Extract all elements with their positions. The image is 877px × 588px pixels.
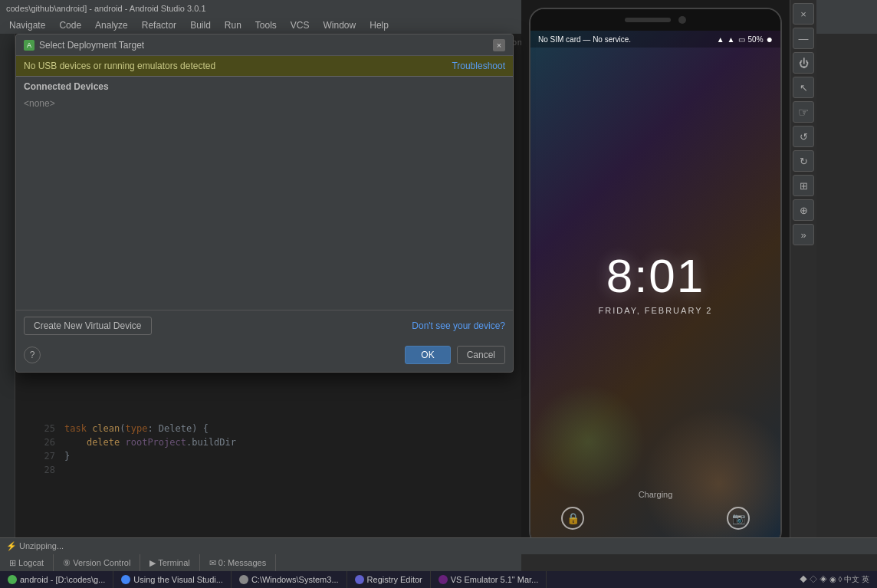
registry-icon bbox=[355, 575, 364, 584]
phone-time-display: 8:01 FRIDAY, FEBRUARY 2 bbox=[599, 248, 713, 314]
dialog-title-label: Select Deployment Target bbox=[39, 40, 144, 51]
emu-close-button[interactable]: × bbox=[793, 3, 814, 25]
menu-code[interactable]: Code bbox=[53, 18, 87, 32]
phone-status-bar: No SIM card — No service. ▲ ▲ ▭ 50% ● bbox=[530, 31, 780, 48]
dialog-close-button[interactable]: × bbox=[493, 39, 505, 51]
version-control-tab[interactable]: ⑨ Version Control bbox=[54, 554, 140, 571]
troubleshoot-link[interactable]: Troubleshoot bbox=[452, 61, 505, 71]
taskbar-android-label: android - [D:\codes\g... bbox=[20, 575, 105, 584]
emu-rotate-right-button[interactable]: ↻ bbox=[793, 150, 814, 172]
taskbar-cmd[interactable]: C:\Windows\System3... bbox=[232, 571, 347, 588]
menu-tools[interactable]: Tools bbox=[249, 18, 283, 32]
menu-refactor[interactable]: Refactor bbox=[136, 18, 182, 32]
menu-help[interactable]: Help bbox=[363, 18, 395, 32]
taskbar-android[interactable]: android - [D:\codes\g... bbox=[0, 571, 113, 588]
vs-icon bbox=[438, 575, 448, 584]
taskbar-registry-label: Registry Editor bbox=[367, 575, 422, 584]
no-device-text: <none> bbox=[24, 98, 55, 109]
taskbar: android - [D:\codes\g... Using the Visua… bbox=[0, 571, 877, 588]
create-virtual-device-button[interactable]: Create New Virtual Device bbox=[24, 317, 152, 335]
connected-devices-header: Connected Devices bbox=[16, 77, 513, 95]
account-icon: ● bbox=[767, 33, 773, 45]
battery-icon: ▭ bbox=[738, 35, 745, 44]
android-icon: A bbox=[24, 40, 34, 51]
sim-status: No SIM card — No service. bbox=[538, 35, 631, 44]
menu-analyze[interactable]: Analyze bbox=[89, 18, 134, 32]
charging-text: Charging bbox=[639, 490, 673, 499]
android-icon bbox=[8, 575, 17, 584]
lock-icon[interactable]: 🔒 bbox=[561, 507, 584, 530]
taskbar-registry[interactable]: Registry Editor bbox=[347, 571, 431, 588]
emu-pointer-button[interactable]: ↖ bbox=[793, 77, 814, 98]
terminal-tab[interactable]: ▶ Terminal bbox=[140, 554, 199, 571]
phone-top-bar bbox=[530, 9, 780, 31]
cancel-button[interactable]: Cancel bbox=[457, 346, 505, 364]
clock-time: 8:01 bbox=[599, 248, 713, 302]
taskbar-vs-label: VS Emulator 5.1" Mar... bbox=[451, 575, 539, 584]
dont-see-device-link[interactable]: Don't see your device? bbox=[412, 320, 505, 331]
wifi-icon: ▲ bbox=[717, 35, 724, 44]
emu-zoom-button[interactable]: ⊕ bbox=[793, 199, 814, 221]
taskbar-cmd-label: C:\Windows\System3... bbox=[251, 575, 339, 584]
emu-minimize-button[interactable]: — bbox=[793, 28, 814, 49]
tool-tabs: ⊞ Logcat ⑨ Version Control ▶ Terminal ✉ … bbox=[0, 554, 521, 571]
menu-navigate[interactable]: Navigate bbox=[3, 18, 51, 32]
dialog-title-bar: A Select Deployment Target × bbox=[16, 34, 513, 56]
systray-icons: ◆ ◇ ◈ ◉ ◊ 中文 英 bbox=[800, 574, 869, 585]
dialog-footer-right: Don't see your device? bbox=[412, 320, 505, 331]
messages-tab[interactable]: ✉ 0: Messages bbox=[200, 554, 276, 571]
battery-percent: 50% bbox=[748, 35, 764, 44]
dialog-footer: Create New Virtual Device Don't see your… bbox=[16, 310, 513, 341]
logcat-tab[interactable]: ⊞ Logcat bbox=[0, 554, 54, 571]
unzipping-bar: ⚡ Unzipping... bbox=[0, 537, 877, 554]
dialog-footer-left: Create New Virtual Device bbox=[24, 317, 152, 335]
clock-date: FRIDAY, FEBRUARY 2 bbox=[599, 305, 713, 314]
phone-camera bbox=[678, 16, 686, 24]
chrome-icon bbox=[121, 575, 130, 584]
camera-icon[interactable]: 📷 bbox=[727, 507, 750, 530]
phone-frame: No SIM card — No service. ▲ ▲ ▭ 50% ● 8:… bbox=[529, 8, 782, 547]
help-button[interactable]: ? bbox=[24, 347, 41, 363]
unzipping-text: ⚡ Unzipping... bbox=[6, 541, 64, 551]
emu-power-button[interactable]: ⏻ bbox=[793, 52, 814, 74]
menu-vcs[interactable]: VCS bbox=[284, 18, 316, 32]
status-right: ▲ ▲ ▭ 50% ● bbox=[717, 33, 773, 45]
ok-button[interactable]: OK bbox=[405, 346, 450, 364]
dialog-action-row: ? OK Cancel bbox=[16, 341, 513, 372]
taskbar-systray: ◆ ◇ ◈ ◉ ◊ 中文 英 bbox=[792, 571, 877, 588]
phone-speaker bbox=[625, 18, 671, 22]
menu-window[interactable]: Window bbox=[317, 18, 363, 32]
emu-rotate-left-button[interactable]: ↺ bbox=[793, 126, 814, 147]
action-buttons: OK Cancel bbox=[405, 346, 505, 364]
signal-icon: ▲ bbox=[728, 35, 735, 44]
phone-bottom-icons: 🔒 📷 bbox=[530, 507, 780, 530]
dialog-warning-bar: No USB devices or running emulators dete… bbox=[16, 56, 513, 77]
title-text: codes\github\android] - android - Androi… bbox=[6, 4, 206, 13]
emu-snapshot-button[interactable]: ⊞ bbox=[793, 175, 814, 196]
emulator-area: No SIM card — No service. ▲ ▲ ▭ 50% ● 8:… bbox=[521, 0, 816, 554]
taskbar-chrome-label: Using the Visual Studi... bbox=[133, 575, 223, 584]
emulator-toolbar: × — ⏻ ↖ ☞ ↺ ↻ ⊞ ⊕ » bbox=[790, 0, 816, 554]
cmd-icon bbox=[239, 575, 248, 584]
bg-blob-2 bbox=[530, 384, 645, 499]
deployment-target-dialog: A Select Deployment Target × No USB devi… bbox=[15, 34, 514, 373]
taskbar-vs-emulator[interactable]: VS Emulator 5.1" Mar... bbox=[431, 571, 547, 588]
dialog-title-text: A Select Deployment Target bbox=[24, 40, 144, 51]
warning-text: No USB devices or running emulators dete… bbox=[24, 61, 215, 71]
menu-run[interactable]: Run bbox=[218, 18, 248, 32]
phone-screen[interactable]: No SIM card — No service. ▲ ▲ ▭ 50% ● 8:… bbox=[530, 31, 780, 545]
taskbar-chrome[interactable]: Using the Visual Studi... bbox=[113, 571, 232, 588]
emu-more-button[interactable]: » bbox=[793, 224, 814, 245]
menu-build[interactable]: Build bbox=[184, 18, 217, 32]
emu-touch-button[interactable]: ☞ bbox=[793, 101, 814, 123]
device-list: <none> bbox=[16, 95, 513, 310]
